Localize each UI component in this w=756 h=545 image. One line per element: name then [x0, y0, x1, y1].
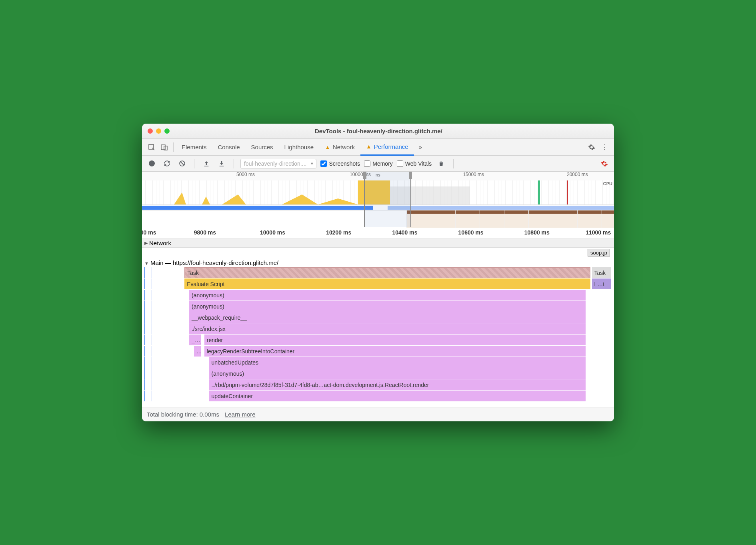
flame-bar[interactable]: (anonymous)	[209, 368, 586, 379]
flame-bar[interactable]: Task	[184, 267, 590, 278]
devtools-window: DevTools - foul-heavenly-direction.glitc…	[142, 124, 614, 421]
flame-bar[interactable]: (anonymous)	[189, 301, 586, 312]
clear-button[interactable]	[176, 158, 188, 169]
tab-lighthouse[interactable]: Lighthouse	[279, 139, 319, 156]
flame-bar[interactable]: ./src/index.jsx	[189, 323, 586, 334]
overflow-tabs-icon[interactable]: »	[414, 141, 427, 154]
download-icon[interactable]	[216, 158, 227, 169]
flame-bar[interactable]: legacyRenderSubtreeIntoContainer	[204, 346, 586, 357]
panel-tabbar: Elements Console Sources Lighthouse ▲Net…	[142, 139, 614, 156]
flame-bar[interactable]: unbatchedUpdates	[209, 357, 586, 368]
window-title: DevTools - foul-heavenly-direction.glitc…	[173, 128, 584, 134]
selection-range[interactable]	[364, 172, 411, 227]
footer: Total blocking time: 0.00ms Learn more	[142, 407, 614, 421]
screenshots-checkbox[interactable]: Screenshots	[320, 160, 360, 167]
warning-icon: ▲	[325, 144, 330, 150]
maximize-icon[interactable]	[164, 128, 170, 134]
flame-bar[interactable]: Task	[592, 267, 611, 278]
flame-bar[interactable]: updateContainer	[209, 391, 586, 401]
flame-bar[interactable]: L…t	[592, 279, 611, 289]
flame-bar[interactable]: render	[204, 335, 586, 345]
reload-record-button[interactable]	[161, 158, 172, 169]
close-icon[interactable]	[148, 128, 153, 134]
macos-titlebar: DevTools - foul-heavenly-direction.glitc…	[142, 124, 614, 139]
collapse-icon[interactable]: ▼	[144, 261, 149, 266]
device-toggle-icon[interactable]	[158, 141, 171, 154]
perf-toolbar: foul-heavenly-direction.... Screenshots …	[142, 156, 614, 172]
timeline-overview[interactable]: 5000 ms 10000 ms ns 15000 ms 20000 ms CP…	[142, 172, 614, 228]
record-button[interactable]	[146, 158, 157, 169]
network-chip[interactable]: soop.jp	[588, 249, 610, 256]
flame-bar[interactable]: _…_	[189, 335, 201, 345]
flame-bar[interactable]: ….	[194, 346, 201, 357]
flame-chart[interactable]: TaskTaskEvaluate ScriptL…t(anonymous)(an…	[142, 267, 614, 402]
collapse-icon[interactable]: ▶	[144, 240, 148, 246]
memory-checkbox[interactable]: Memory	[364, 160, 393, 167]
delete-icon[interactable]	[436, 158, 447, 169]
tab-sources[interactable]: Sources	[246, 139, 279, 156]
minimize-icon[interactable]	[156, 128, 161, 134]
svg-rect-1	[161, 145, 165, 150]
warning-icon: ▲	[366, 143, 372, 150]
capture-settings-icon[interactable]	[599, 158, 610, 169]
profile-selector[interactable]: foul-heavenly-direction....	[240, 159, 316, 168]
network-track-header[interactable]: ▶ Network	[142, 239, 614, 248]
upload-icon[interactable]	[201, 158, 212, 169]
flame-bar[interactable]: Evaluate Script	[184, 279, 590, 289]
gear-icon[interactable]	[585, 141, 598, 154]
kebab-icon[interactable]: ⋮	[598, 141, 611, 154]
tab-console[interactable]: Console	[212, 139, 246, 156]
learn-more-link[interactable]: Learn more	[225, 411, 256, 418]
flame-bar[interactable]: ../rbd/pnpm-volume/28d7f85f-31d7-4fd8-ab…	[209, 379, 586, 390]
tab-performance[interactable]: ▲Performance	[360, 139, 414, 156]
svg-marker-4	[174, 180, 390, 204]
webvitals-checkbox[interactable]: Web Vitals	[397, 160, 432, 167]
tab-network[interactable]: ▲Network	[319, 139, 360, 156]
tracks-area[interactable]: ▶ Network soop.jp ▼ Main — https://foul-…	[142, 239, 614, 407]
blocking-time-label: Total blocking time: 0.00ms	[147, 411, 219, 418]
inspect-icon[interactable]	[145, 141, 158, 154]
flame-bar[interactable]: __webpack_require__	[189, 312, 586, 323]
flame-bar[interactable]: (anonymous)	[189, 290, 586, 301]
main-track-header[interactable]: ▼ Main — https://foul-heavenly-direction…	[142, 258, 614, 267]
tab-elements[interactable]: Elements	[176, 139, 212, 156]
detail-ruler[interactable]: 500 ms 9800 ms 10000 ms 10200 ms 10400 m…	[142, 228, 614, 239]
